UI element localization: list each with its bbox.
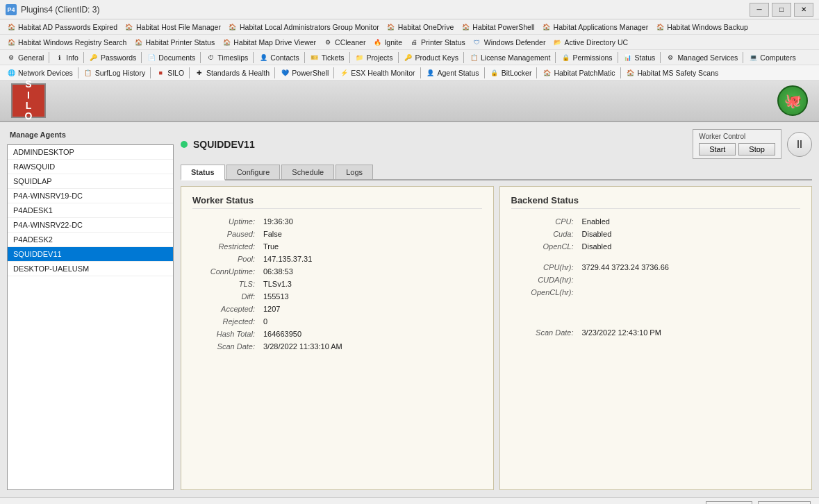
menu-documents[interactable]: 📄 Documents [143, 51, 199, 64]
window-controls: ─ □ ✕ [750, 3, 813, 17]
bs-cpuhr-row: CPU(hr): 3729.44 3723.24 3736.66 [511, 263, 801, 271]
menu-info[interactable]: ℹ Info [51, 51, 82, 64]
stop-button[interactable]: Stop [738, 143, 775, 156]
tsep9 [620, 67, 621, 78]
agent-item-squiddev11[interactable]: SQUIDDEV11 [8, 247, 173, 262]
worker-control-group: Worker Control Start Stop [693, 129, 781, 159]
menu-onedrive[interactable]: 🏠 Habitat OneDrive [383, 21, 458, 33]
ws-connuptime-label: ConnUptime: [192, 267, 255, 276]
sep3 [141, 52, 142, 63]
tsep4 [274, 67, 275, 78]
close-button[interactable]: ✕ [794, 3, 813, 17]
tsep5 [333, 67, 334, 78]
menu-general[interactable]: ⚙ General [3, 51, 47, 64]
tsep2 [150, 67, 151, 78]
menu-app-manager[interactable]: 🏠 Habitat Applications Manager [538, 21, 652, 33]
sep6 [304, 52, 305, 63]
menu-tickets[interactable]: 🎫 Tickets [306, 51, 348, 64]
menu-bitlocker[interactable]: 🔒 BitLocker [486, 67, 536, 79]
menu-local-admin[interactable]: 🏠 Habitat Local Administrators Group Mon… [224, 21, 383, 33]
agent-item-squidlap[interactable]: SQUIDLAP [8, 174, 173, 189]
ws-pool-value: 147.135.37.31 [263, 255, 312, 263]
pause-button[interactable]: ⏸ [787, 132, 812, 157]
menu-surflog[interactable]: 📋 SurfLog History [80, 67, 149, 79]
menu-printer-status2[interactable]: 🖨 Printer Status [406, 36, 469, 49]
menu-managed-services[interactable]: ⚙ Managed Services [662, 51, 741, 64]
bs-cpuhr-value: 3729.44 3723.24 3736.66 [582, 263, 669, 271]
ws-rejected-label: Rejected: [192, 317, 255, 326]
menubar-row3: ⚙ General ℹ Info 🔑 Passwords 📄 Documents… [0, 50, 819, 65]
bs-cpu-label: CPU: [511, 217, 574, 226]
menu-status[interactable]: 📊 Status [620, 51, 659, 64]
agent-item-p4a-winsrv19[interactable]: P4A-WINSRV19-DC [8, 189, 173, 203]
menu-powershell2[interactable]: 💙 PowerShell [276, 67, 332, 79]
status-panels: Worker Status Uptime: 19:36:30 Paused: F… [181, 186, 812, 490]
tsep7 [484, 67, 485, 78]
menu-network-devices[interactable]: 🌐 Network Devices [3, 67, 76, 79]
computers-icon: 💻 [748, 53, 758, 62]
menu-timeslips[interactable]: ⏱ Timeslips [202, 51, 251, 64]
menu-passwords[interactable]: 🔑 Passwords [85, 51, 140, 64]
menu-agent-status[interactable]: 👤 Agent Status [422, 67, 483, 79]
menu-ignite[interactable]: 🔥 Ignite [369, 36, 406, 49]
bs-cuda-label: Cuda: [511, 230, 574, 238]
octopus-button[interactable]: 🐙 [777, 85, 808, 116]
menu-ad-passwords[interactable]: 🏠 Habitat AD Passwords Expired [3, 21, 121, 33]
menu-windows-defender[interactable]: 🛡 Windows Defender [469, 36, 549, 49]
ws-paused-label: Paused: [192, 230, 255, 238]
active-directory-icon: 📂 [552, 37, 562, 47]
app-header: S I L O 🐙 [0, 81, 819, 122]
menu-product-keys[interactable]: 🔑 Product Keys [400, 51, 462, 64]
menu-standards-health[interactable]: ✚ Standards & Health [191, 67, 273, 79]
menu-host-file[interactable]: 🏠 Habitat Host File Manager [121, 21, 224, 33]
menu-map-drive[interactable]: 🏠 Habitat Map Drive Viewer [218, 36, 320, 49]
menu-registry-search[interactable]: 🏠 Habitat Windows Registry Search [3, 36, 130, 49]
menu-esx-health[interactable]: ⚡ ESX Health Monitor [336, 67, 418, 79]
menu-win-backup[interactable]: 🏠 Habitat Windows Backup [652, 21, 752, 33]
menu-patchmatic[interactable]: 🏠 Habitat PatchMatic [538, 67, 618, 79]
bs-openclhr-label: OpenCL(hr): [511, 288, 574, 296]
tab-logs[interactable]: Logs [336, 165, 373, 179]
ignite-icon: 🔥 [372, 37, 382, 47]
ws-uptime-label: Uptime: [192, 217, 255, 226]
sep2 [83, 52, 84, 63]
agent-item-admindesktop[interactable]: ADMINDESKTOP [8, 145, 173, 160]
win-backup-icon: 🏠 [655, 22, 665, 32]
menu-ccleaner[interactable]: ⚙ CCleaner [320, 36, 369, 49]
menu-active-directory[interactable]: 📂 Active Directory UC [549, 36, 631, 49]
app-icon: P4 [6, 4, 17, 15]
tab-configure[interactable]: Configure [226, 165, 281, 179]
cancel-button[interactable]: Cancel [758, 501, 811, 505]
menu-projects[interactable]: 📁 Projects [351, 51, 397, 64]
bs-cpu-value: Enabled [582, 217, 610, 226]
menu-printer-status[interactable]: 🏠 Habitat Printer Status [130, 36, 218, 49]
silo-l: L [25, 101, 33, 111]
maximize-button[interactable]: □ [772, 3, 791, 17]
tab-schedule[interactable]: Schedule [281, 165, 334, 179]
printer-status-icon: 🏠 [133, 37, 143, 47]
silo-logo: S I L O [11, 83, 46, 118]
surflog-icon: 📋 [83, 68, 93, 78]
info-icon: ℹ [54, 53, 64, 62]
agent-item-p4a-winsrv22[interactable]: P4A-WINSRV22-DC [8, 218, 173, 233]
patchmatic-icon: 🏠 [542, 68, 552, 78]
start-button[interactable]: Start [699, 143, 736, 156]
menu-contacts[interactable]: 👤 Contacts [255, 51, 302, 64]
onedrive-icon: 🏠 [386, 22, 396, 32]
ws-connuptime-value: 06:38:53 [263, 267, 293, 276]
menu-license-mgmt[interactable]: 📋 License Management [465, 51, 554, 64]
menubar-row2: 🏠 Habitat Windows Registry Search 🏠 Habi… [0, 35, 819, 50]
save-button[interactable]: Save [706, 501, 752, 505]
agent-item-p4adesk1[interactable]: P4ADESK1 [8, 203, 173, 218]
menu-powershell[interactable]: 🏠 Habitat PowerShell [457, 21, 538, 33]
menu-computers[interactable]: 💻 Computers [745, 51, 799, 64]
agent-item-p4adesk2[interactable]: P4ADESK2 [8, 233, 173, 247]
minimize-button[interactable]: ─ [750, 3, 769, 17]
tab-status[interactable]: Status [181, 165, 225, 180]
agent-item-desktop-uaelusm[interactable]: DESKTOP-UAELUSM [8, 262, 173, 276]
menu-permissions[interactable]: 🔒 Permissions [557, 51, 615, 64]
menu-ms-safety[interactable]: 🏠 Habitat MS Safety Scans [622, 67, 722, 79]
agent-item-rawsquid[interactable]: RAWSQUID [8, 160, 173, 174]
toolbar-row4: 🌐 Network Devices 📋 SurfLog History ■ SI… [0, 65, 819, 81]
menu-silo[interactable]: ■ SILO [152, 67, 188, 79]
